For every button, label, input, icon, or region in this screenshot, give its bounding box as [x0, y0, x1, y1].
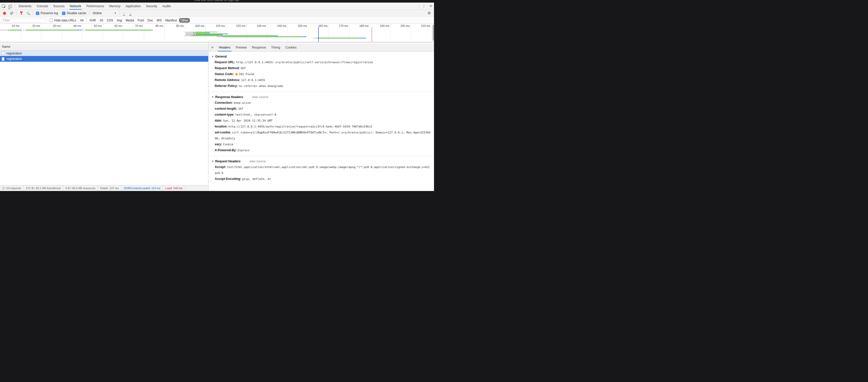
- export-har-icon[interactable]: ↓: [129, 12, 131, 15]
- disable-cache-toggle[interactable]: ✓ Disable cache: [62, 11, 86, 15]
- devtools-tabbar: ElementsConsoleSourcesNetworkPerformance…: [0, 3, 434, 10]
- record-network-log-button[interactable]: [3, 12, 6, 15]
- filter-type-xhr[interactable]: XHR: [88, 18, 97, 23]
- dcl-marker-line: [318, 27, 319, 42]
- request-row[interactable]: registration: [0, 56, 208, 62]
- header-key: content-length:: [215, 107, 237, 110]
- network-settings-gear-icon[interactable]: ⚙: [428, 11, 431, 15]
- name-column-header[interactable]: Name: [0, 43, 208, 50]
- view-source-link[interactable]: view source: [249, 159, 266, 164]
- filter-type-ws[interactable]: WS: [155, 18, 163, 23]
- filter-type-doc[interactable]: Doc: [146, 18, 154, 23]
- tab-console[interactable]: Console: [34, 3, 51, 9]
- device-toolbar-icon: [9, 5, 12, 8]
- preserve-log-toggle[interactable]: ✓ Preserve log: [36, 11, 58, 15]
- header-value: no-referrer-when-downgrade: [239, 84, 283, 88]
- header-value: GET: [241, 67, 246, 70]
- ruler-tick-label: 30 ms: [46, 24, 61, 27]
- waterfall-bar-segment: [195, 33, 207, 33]
- search-icon[interactable]: [27, 12, 29, 14]
- details-tab-response[interactable]: Response: [249, 43, 269, 51]
- details-tab-headers[interactable]: Headers: [216, 43, 233, 51]
- waterfall-bar-segment: [185, 32, 193, 33]
- header-line: Request URL: http://127.0.0.1:4455/.ory/…: [212, 59, 431, 65]
- waterfall-bar-segment: [186, 34, 193, 35]
- section-header-general[interactable]: ▼General: [212, 54, 431, 59]
- details-tab-timing[interactable]: Timing: [269, 43, 283, 51]
- ruler-tick-label: 60 ms: [107, 24, 122, 27]
- ruler-tick-label: 150 ms: [292, 24, 307, 27]
- triangle-down-icon: ▼: [212, 54, 214, 59]
- ruler-tick-label: 50 ms: [87, 24, 102, 27]
- device-toolbar-button[interactable]: [7, 3, 14, 9]
- network-overview-waterfall[interactable]: 10 ms20 ms30 ms40 ms50 ms60 ms70 ms80 ms…: [0, 24, 434, 43]
- filter-type-manifest[interactable]: Manifest: [164, 18, 179, 23]
- network-content: Name registrationregistration 2 / 10 req…: [0, 43, 434, 191]
- filter-type-img[interactable]: Img: [115, 18, 123, 23]
- tab-memory[interactable]: Memory: [107, 3, 123, 9]
- waterfall-bar-segment: [152, 30, 153, 30]
- import-har-icon[interactable]: ↑: [123, 12, 125, 15]
- view-source-link[interactable]: view source: [252, 94, 268, 100]
- close-devtools-icon[interactable]: ✕: [428, 4, 434, 8]
- filter-type-other[interactable]: Other: [179, 18, 190, 23]
- requests-table-pane: Name registrationregistration 2 / 10 req…: [0, 43, 209, 191]
- overview-scrollbar-thumb[interactable]: [433, 25, 434, 41]
- waterfall-bar-segment: [19, 30, 22, 30]
- tab-application[interactable]: Application: [123, 3, 144, 9]
- close-details-icon[interactable]: ✕: [209, 43, 216, 51]
- request-row[interactable]: registration: [0, 50, 208, 56]
- ruler-gridline: [246, 24, 247, 42]
- preserve-log-label: Preserve log: [40, 11, 58, 15]
- section-header-response-headers[interactable]: ▼Response Headersview source: [212, 94, 431, 100]
- tab-audits[interactable]: Audits: [160, 3, 173, 9]
- tabbar-right-controls: ⋮ ✕: [418, 3, 434, 9]
- header-value: 302 Found: [239, 72, 254, 76]
- kebab-menu-icon[interactable]: ⋮: [420, 4, 428, 8]
- header-key: Request Method:: [215, 66, 240, 70]
- ruler-tick-label: 100 ms: [189, 24, 204, 27]
- disable-cache-label: Disable cache: [67, 11, 86, 15]
- ruler-gridline: [267, 24, 268, 42]
- tab-security[interactable]: Security: [144, 3, 160, 9]
- ruler-gridline: [370, 24, 370, 42]
- header-line: content-type: text/html; charset=utf-8: [212, 112, 431, 118]
- inspect-element-button[interactable]: [0, 3, 7, 9]
- tab-elements[interactable]: Elements: [16, 3, 34, 9]
- filter-type-media[interactable]: Media: [124, 18, 135, 23]
- header-value: text/html; charset=utf-8: [235, 113, 276, 116]
- ruler-gridline: [62, 24, 62, 42]
- filter-type-font[interactable]: Font: [136, 18, 146, 23]
- filter-type-js[interactable]: JS: [98, 18, 104, 23]
- document-icon: [2, 57, 4, 61]
- request-name: registration: [6, 57, 22, 61]
- disable-cache-checkbox[interactable]: ✓: [62, 12, 65, 15]
- filter-type-css[interactable]: CSS: [105, 18, 115, 23]
- throttling-dropdown[interactable]: Online ▼: [93, 11, 117, 15]
- header-line: Accept-Encoding: gzip, deflate, br: [212, 176, 431, 182]
- section-header-request-headers[interactable]: ▼Request Headersview source: [212, 159, 431, 164]
- ruler-tick-label: 160 ms: [313, 24, 328, 27]
- tab-sources[interactable]: Sources: [51, 3, 67, 9]
- ruler-tick-label: 130 ms: [251, 24, 266, 27]
- waterfall-bar-segment: [195, 34, 220, 35]
- filter-input[interactable]: [2, 18, 46, 23]
- ruler-tick-label: 210 ms: [415, 24, 430, 27]
- separator: [86, 18, 87, 23]
- hide-data-urls-checkbox[interactable]: [50, 19, 53, 22]
- tab-performance[interactable]: Performance: [84, 3, 107, 9]
- waterfall-bar-segment: [26, 30, 78, 30]
- main-tab-strip: ElementsConsoleSourcesNetworkPerformance…: [16, 3, 174, 9]
- details-tab-cookies[interactable]: Cookies: [283, 43, 299, 51]
- header-key: Status Code:: [215, 72, 234, 76]
- throttling-value: Online: [93, 11, 102, 15]
- waterfall-bar-segment: [193, 33, 194, 33]
- filter-type-all[interactable]: All: [79, 18, 85, 23]
- hide-data-urls-toggle[interactable]: Hide data URLs: [50, 19, 76, 22]
- details-tab-preview[interactable]: Preview: [233, 43, 249, 51]
- clear-network-log-icon[interactable]: [10, 12, 13, 15]
- headers-detail-body: ▼GeneralRequest URL: http://127.0.0.1:44…: [209, 51, 434, 183]
- preserve-log-checkbox[interactable]: ✓: [36, 12, 39, 15]
- filter-funnel-icon[interactable]: [20, 12, 23, 15]
- tab-network[interactable]: Network: [67, 3, 84, 9]
